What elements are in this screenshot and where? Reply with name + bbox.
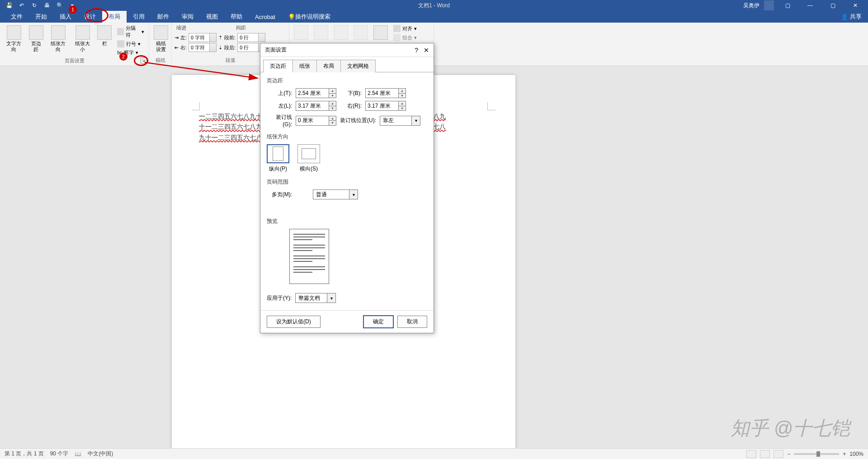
columns-button[interactable]: 栏	[95, 24, 113, 57]
set-default-button[interactable]: 设为默认值(D)	[267, 316, 321, 328]
zoom-level[interactable]: 100%	[849, 451, 863, 457]
tab-design[interactable]: 设计	[78, 11, 102, 23]
tab-mailings[interactable]: 邮件	[151, 11, 175, 23]
indent-left-input[interactable]: 0 字符	[189, 33, 217, 42]
margin-bottom-label: 下(B):	[340, 90, 362, 97]
document-title: 文档1 - Word	[418, 2, 450, 9]
view-print-layout-icon[interactable]	[760, 450, 770, 458]
tab-view[interactable]: 视图	[200, 11, 224, 23]
margin-top-input[interactable]: 2.54 厘米▲▼	[296, 88, 336, 98]
view-web-layout-icon[interactable]	[774, 450, 783, 458]
maximize-icon[interactable]: ▢	[824, 0, 842, 11]
tab-acrobat[interactable]: Acrobat	[249, 11, 282, 23]
share-button[interactable]: 👤 共享	[841, 13, 862, 21]
margin-right-input[interactable]: 3.17 厘米▲▼	[365, 101, 406, 111]
zoom-icon[interactable]: 🔍	[56, 2, 63, 9]
dialog-close-icon[interactable]: ✕	[424, 47, 429, 54]
preview-section-label: 预览	[267, 218, 427, 225]
gutter-pos-combo[interactable]: 靠左	[380, 116, 420, 126]
tab-review[interactable]: 审阅	[175, 11, 200, 23]
multipage-combo[interactable]: 普通	[313, 189, 358, 199]
margin-bottom-input[interactable]: 2.54 厘米▲▼	[365, 88, 406, 98]
status-word-count[interactable]: 90 个字	[50, 450, 69, 458]
dialog-titlebar[interactable]: 页面设置 ? ✕	[260, 43, 434, 57]
portrait-label: 纵向(P)	[269, 165, 287, 173]
orientation-portrait-button[interactable]: 纵向(P)	[267, 144, 289, 173]
orientation-button[interactable]: 纸张方向	[47, 24, 70, 57]
view-read-mode-icon[interactable]	[746, 450, 756, 458]
tab-home[interactable]: 开始	[29, 11, 53, 23]
zoom-slider[interactable]	[794, 453, 839, 455]
margin-marker-tl	[192, 102, 200, 110]
zoom-in-icon[interactable]: +	[843, 451, 846, 457]
hyphenation-icon: bc	[117, 50, 122, 55]
minimize-icon[interactable]: —	[801, 0, 819, 11]
tell-me-search[interactable]: 💡 操作说明搜索	[282, 11, 337, 23]
redo-icon[interactable]: ↻	[31, 2, 38, 9]
tab-layout[interactable]: 布局	[102, 11, 127, 23]
dialog-footer: 设为默认值(D) 确定 取消	[260, 310, 434, 333]
close-icon[interactable]: ✕	[846, 0, 864, 11]
user-avatar-icon[interactable]	[764, 0, 774, 10]
spacing-after-icon: ⇣	[218, 45, 222, 51]
print-icon[interactable]: 🖶	[43, 2, 51, 9]
spacing-before-input[interactable]: 0 行	[237, 33, 265, 42]
group-label: 组合	[402, 34, 412, 41]
orientation-section-label: 纸张方向	[267, 133, 427, 141]
bring-forward-icon	[334, 25, 348, 40]
status-proofing-icon[interactable]: 📖	[75, 451, 81, 457]
margin-right-label: 右(R):	[340, 102, 362, 110]
text-direction-label: 文字方向	[5, 41, 24, 52]
size-button[interactable]: 纸张大小	[71, 24, 94, 57]
tab-insert[interactable]: 插入	[53, 11, 78, 23]
tab-references[interactable]: 引用	[127, 11, 151, 23]
zoom-out-icon[interactable]: −	[787, 451, 790, 457]
position-icon	[294, 25, 308, 40]
ribbon-options-icon[interactable]: ▢	[778, 0, 797, 11]
customize-qat-icon[interactable]: ▾	[69, 2, 76, 9]
text-direction-button[interactable]: 文字方向	[3, 24, 25, 57]
orientation-landscape-button[interactable]: 横向(S)	[297, 144, 320, 173]
orientation-icon	[51, 25, 66, 40]
apply-to-label: 应用于(Y):	[267, 294, 292, 302]
dialog-tab-layout[interactable]: 布局	[316, 60, 341, 72]
tab-file[interactable]: 文件	[5, 11, 29, 23]
manuscript-icon	[154, 25, 168, 40]
breaks-button[interactable]: 分隔符 ▾	[115, 24, 146, 39]
dialog-tab-grid[interactable]: 文档网格	[340, 60, 376, 72]
apply-to-combo[interactable]: 整篇文档	[295, 293, 336, 303]
tab-help[interactable]: 帮助	[224, 11, 249, 23]
line-numbers-button[interactable]: 行号 ▾	[115, 40, 146, 48]
indent-right-input[interactable]: 0 字符	[189, 43, 217, 52]
page-setup-launcher[interactable]: ⇲	[141, 57, 147, 64]
user-name: 吴奥伊	[743, 2, 760, 9]
ribbon-group-manuscript: 稿纸 设置 稿纸	[149, 23, 172, 66]
indent-left-icon: ⇥	[175, 35, 179, 41]
tell-me-label: 操作说明搜索	[295, 13, 330, 21]
dialog-tab-paper[interactable]: 纸张	[292, 60, 317, 72]
margins-button[interactable]: 页边距	[27, 24, 45, 57]
status-page-info[interactable]: 第 1 页，共 1 页	[5, 450, 44, 458]
ribbon-group-page-setup: 文字方向 页边距 纸张方向 纸张大小 栏 分隔符 ▾ 行号 ▾ bc 断字 ▾ …	[0, 23, 149, 66]
dialog-title-text: 页面设置	[265, 46, 287, 54]
ok-button[interactable]: 确定	[363, 315, 394, 328]
cancel-button[interactable]: 取消	[397, 316, 427, 328]
dialog-tab-margins[interactable]: 页边距	[263, 60, 293, 72]
portrait-icon	[267, 144, 289, 163]
title-right-controls: 吴奥伊 ▢ — ▢ ✕	[743, 0, 868, 11]
margin-left-input[interactable]: 3.17 厘米▲▼	[296, 101, 336, 111]
manuscript-button[interactable]: 稿纸 设置	[152, 24, 170, 56]
share-label: 共享	[850, 13, 862, 21]
wrap-text-icon	[314, 25, 328, 40]
save-icon[interactable]: 💾	[5, 2, 13, 9]
gutter-input[interactable]: 0 厘米▲▼	[296, 116, 336, 126]
manuscript-group-label: 稿纸	[152, 56, 169, 65]
status-language[interactable]: 中文(中国)	[88, 450, 113, 458]
align-button[interactable]: 对齐 ▾	[392, 24, 419, 33]
undo-icon[interactable]: ↶	[18, 2, 25, 9]
hyphenation-button[interactable]: bc 断字 ▾	[115, 49, 146, 57]
group-button[interactable]: 组合 ▾	[392, 33, 419, 42]
landscape-icon	[297, 144, 320, 163]
spacing-before-icon: ⇡	[218, 35, 222, 41]
dialog-help-icon[interactable]: ?	[415, 47, 418, 54]
